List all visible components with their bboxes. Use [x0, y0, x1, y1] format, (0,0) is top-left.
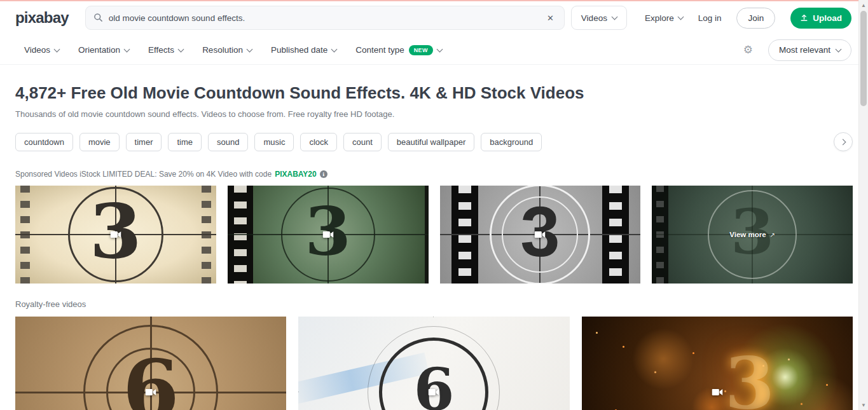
chevron-down-icon	[178, 46, 184, 52]
search-icon	[93, 13, 103, 24]
filter-bar: Videos Orientation Effects Resolution Pu…	[0, 36, 868, 65]
sponsored-video-thumbnail-2[interactable]: 3	[228, 186, 429, 284]
video-camera-icon	[535, 231, 546, 239]
filter-orientation[interactable]: Orientation	[78, 45, 129, 55]
chevron-down-icon	[836, 46, 842, 52]
tags-scroll-next-button[interactable]	[834, 132, 853, 151]
sort-label: Most relevant	[779, 45, 830, 55]
view-more-label: View more	[729, 231, 766, 238]
royalty-videos-grid: 6 6 3	[15, 317, 853, 410]
header-nav: Explore Log in Join Upload	[645, 8, 851, 29]
filter-label: Videos	[24, 45, 50, 55]
chevron-down-icon	[124, 46, 130, 52]
filter-label: Published date	[271, 45, 327, 55]
video-camera-icon	[429, 388, 439, 397]
video-camera-icon	[110, 231, 121, 239]
sponsored-caption: Sponsored Videos iStock LIMITED DEAL: Sa…	[15, 170, 853, 179]
scrollbar-thumb[interactable]	[860, 11, 867, 106]
countdown-number: 3	[725, 348, 775, 410]
sponsored-text: Sponsored Videos iStock LIMITED DEAL: Sa…	[15, 170, 272, 179]
tag-music[interactable]: music	[254, 133, 294, 151]
upload-icon	[800, 14, 808, 22]
filter-published-date[interactable]: Published date	[271, 45, 336, 55]
royalty-video-thumbnail-1[interactable]: 6	[15, 317, 286, 410]
info-icon[interactable]: i	[320, 170, 327, 178]
tag-beautiful-wallpaper[interactable]: beautiful wallpaper	[388, 133, 474, 151]
filter-bar-right: ⚙ Most relevant	[743, 39, 851, 61]
search-input[interactable]	[109, 13, 544, 23]
sponsored-video-thumbnail-3[interactable]: 3	[440, 186, 641, 284]
main-content: 4,872+ Free Old Movie Countdown Sound Ef…	[0, 83, 868, 410]
sort-dropdown[interactable]: Most relevant	[768, 39, 851, 61]
royalty-video-thumbnail-2[interactable]: 6	[298, 317, 569, 410]
filter-effects[interactable]: Effects	[148, 45, 183, 55]
header: pixabay ✕ Videos Explore Log in Join	[0, 0, 868, 36]
chevron-down-icon	[54, 46, 60, 52]
tag-sound[interactable]: sound	[208, 133, 248, 151]
tag-background[interactable]: background	[481, 133, 542, 151]
tag-time[interactable]: time	[168, 133, 202, 151]
chevron-down-icon	[677, 14, 684, 20]
sponsored-video-thumbnail-1[interactable]: 3	[15, 186, 216, 284]
chevron-down-icon	[246, 46, 252, 52]
royalty-free-label: Royalty-free videos	[15, 299, 853, 309]
media-type-label: Videos	[581, 13, 607, 23]
filter-resolution[interactable]: Resolution	[202, 45, 252, 55]
filter-label: Orientation	[78, 45, 120, 55]
video-camera-icon	[322, 231, 333, 239]
top-accent-line	[0, 0, 868, 1]
tag-count[interactable]: count	[343, 133, 382, 151]
clear-search-icon[interactable]: ✕	[544, 11, 556, 25]
related-tags-row: countdown movie timer time sound music c…	[15, 132, 853, 151]
explore-label: Explore	[645, 13, 674, 23]
media-type-dropdown[interactable]: Videos	[571, 6, 627, 30]
explore-dropdown[interactable]: Explore	[645, 13, 683, 23]
settings-gear-icon[interactable]: ⚙	[743, 44, 753, 55]
page-subtitle: Thousands of old movie countdown sound e…	[15, 109, 853, 119]
page-scrollbar[interactable]: ▲ ▼	[858, 0, 868, 410]
tag-countdown[interactable]: countdown	[15, 133, 73, 151]
tag-clock[interactable]: clock	[300, 133, 337, 151]
filter-label: Effects	[148, 45, 174, 55]
login-link[interactable]: Log in	[698, 13, 722, 23]
new-badge: NEW	[409, 45, 433, 55]
filter-label: Resolution	[202, 45, 243, 55]
chevron-down-icon	[611, 14, 617, 20]
crosshair-line	[433, 317, 434, 317]
promo-code-link[interactable]: PIXABAY20	[275, 170, 317, 179]
sponsored-videos-grid: 3 3 3	[15, 186, 853, 284]
tag-timer[interactable]: timer	[126, 133, 162, 151]
view-more-link[interactable]: View more ↗	[729, 231, 775, 238]
countdown-number: 6	[413, 360, 454, 410]
countdown-number: 6	[123, 348, 179, 410]
external-link-icon: ↗	[770, 231, 775, 238]
tag-movie[interactable]: movie	[79, 133, 120, 151]
scroll-up-icon[interactable]: ▲	[859, 0, 868, 10]
login-label: Log in	[698, 13, 722, 23]
page-title: 4,872+ Free Old Movie Countdown Sound Ef…	[15, 83, 853, 103]
filter-label: Content type	[355, 45, 404, 55]
join-button[interactable]: Join	[736, 8, 775, 29]
chevron-down-icon	[436, 46, 443, 52]
video-camera-icon	[146, 388, 156, 397]
filter-content-type[interactable]: Content type NEW	[355, 45, 441, 55]
fire-sparks	[596, 332, 598, 334]
upload-button[interactable]: Upload	[790, 8, 851, 29]
chevron-down-icon	[331, 46, 338, 52]
upload-label: Upload	[813, 13, 842, 23]
crosshair-line	[298, 392, 299, 392]
video-camera-icon	[712, 388, 722, 397]
search-bar[interactable]: ✕	[85, 6, 565, 30]
sponsored-view-more-thumbnail[interactable]: 3 View more ↗	[652, 186, 853, 284]
filter-videos[interactable]: Videos	[24, 45, 59, 55]
chevron-right-icon	[839, 139, 846, 145]
scroll-down-icon[interactable]: ▼	[859, 400, 868, 410]
pixabay-logo[interactable]: pixabay	[15, 9, 69, 27]
royalty-video-thumbnail-3[interactable]: 3	[582, 317, 853, 410]
